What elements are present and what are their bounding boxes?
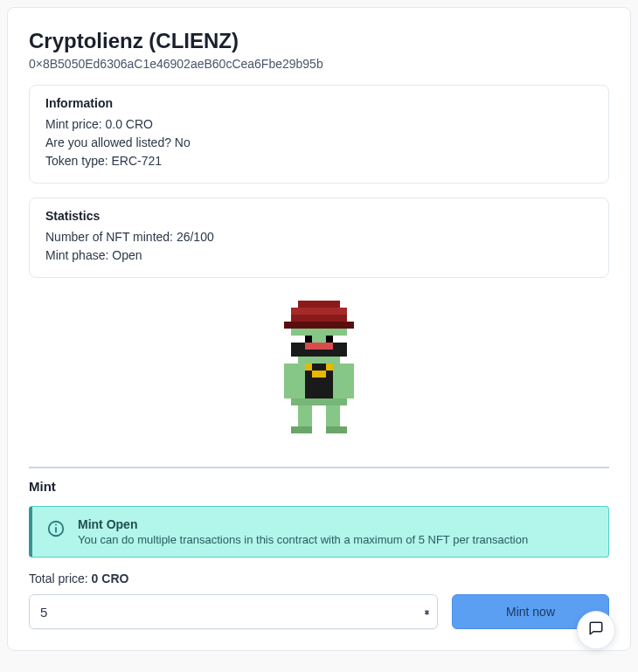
mint-price-line: Mint price: 0.0 CRO xyxy=(45,115,593,134)
statistics-heading: Statistics xyxy=(45,209,593,223)
svg-rect-14 xyxy=(298,357,340,364)
total-price-value: 0 CRO xyxy=(92,572,129,585)
svg-rect-18 xyxy=(326,364,333,371)
information-heading: Information xyxy=(45,96,593,110)
svg-rect-9 xyxy=(326,336,333,343)
mint-open-alert: Mint Open You can do multiple transactio… xyxy=(29,506,609,558)
svg-rect-28 xyxy=(291,398,347,405)
contract-address: 0×8B5050Ed6306aC1e46902aeB60cCea6Fbe29b9… xyxy=(29,57,609,71)
alert-title: Mint Open xyxy=(78,517,528,531)
mint-section-heading: Mint xyxy=(29,479,609,494)
info-icon xyxy=(46,519,66,538)
svg-rect-31 xyxy=(291,426,312,433)
minted-count-line: Number of NFT minted: 26/100 xyxy=(45,228,593,246)
chat-icon xyxy=(588,620,604,640)
allowed-line: Are you allowed listed? No xyxy=(45,134,593,152)
statistics-panel: Statistics Number of NFT minted: 26/100 … xyxy=(29,197,609,278)
svg-rect-4 xyxy=(291,329,347,336)
quantity-stepper[interactable]: ▲ ▼ xyxy=(29,594,438,629)
svg-rect-10 xyxy=(333,336,347,343)
svg-rect-21 xyxy=(312,371,326,378)
mint-phase-line: Mint phase: Open xyxy=(45,246,593,265)
svg-rect-27 xyxy=(305,391,333,398)
svg-rect-23 xyxy=(305,378,333,384)
page-title: Cryptolienz (CLIENZ) xyxy=(29,29,609,53)
total-price-line: Total price: 0 CRO xyxy=(29,572,609,585)
information-panel: Information Mint price: 0.0 CRO Are you … xyxy=(29,85,609,184)
total-price-label: Total price: xyxy=(29,572,88,585)
svg-rect-6 xyxy=(291,336,305,343)
svg-rect-25 xyxy=(305,384,333,391)
svg-rect-1 xyxy=(291,308,347,315)
nft-preview-image xyxy=(29,292,609,467)
chat-fab-button[interactable] xyxy=(577,611,615,649)
svg-rect-32 xyxy=(326,426,347,433)
svg-rect-29 xyxy=(298,405,312,426)
svg-rect-0 xyxy=(298,301,340,308)
svg-rect-13 xyxy=(291,350,347,357)
alert-description: You can do multiple transactions in this… xyxy=(78,533,528,546)
svg-rect-12 xyxy=(305,343,333,350)
token-type-line: Token type: ERC-721 xyxy=(45,152,593,170)
svg-rect-8 xyxy=(312,336,326,343)
svg-rect-7 xyxy=(305,336,312,343)
svg-rect-30 xyxy=(326,405,340,426)
divider xyxy=(29,467,609,468)
svg-rect-3 xyxy=(284,322,354,329)
quantity-input[interactable] xyxy=(29,594,438,629)
svg-rect-2 xyxy=(291,315,347,322)
svg-rect-17 xyxy=(305,364,312,371)
svg-point-35 xyxy=(55,524,57,526)
